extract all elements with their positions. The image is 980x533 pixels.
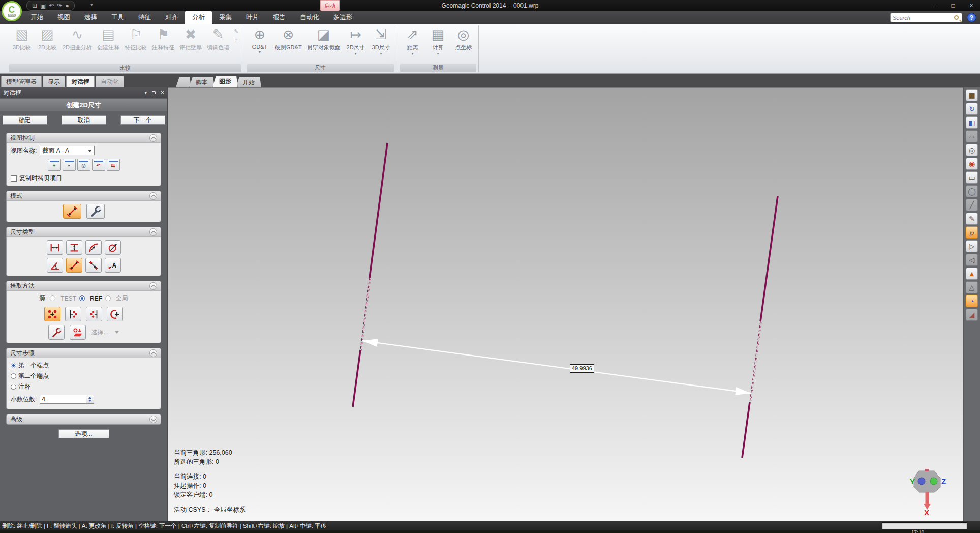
shade-icon[interactable]: ▱	[966, 130, 978, 142]
app-logo[interactable]: C 3DS	[2, 1, 22, 21]
line-select-icon[interactable]: ╱	[966, 199, 978, 211]
panel-tab-automation[interactable]: 自动化	[96, 76, 124, 87]
defeature-icon[interactable]: ◢	[966, 309, 978, 321]
section-header-dimension-type[interactable]: 尺寸类型	[7, 227, 161, 237]
undo-icon[interactable]: ↶	[49, 3, 54, 9]
pan-icon[interactable]: ◧	[966, 116, 978, 129]
3d-compare-button[interactable]: ▧ 3D比较	[9, 25, 35, 51]
radio-global[interactable]	[105, 295, 111, 301]
tab-report[interactable]: 报告	[266, 11, 293, 24]
horizontal-dimension-button[interactable]	[47, 240, 63, 255]
section-header-pick-method[interactable]: 拾取方法	[7, 281, 161, 291]
rectangle-select-icon[interactable]: ▭	[966, 171, 978, 184]
search-icon[interactable]	[954, 15, 959, 20]
chevron-down-icon[interactable]: ▾	[259, 50, 261, 54]
collapse-icon[interactable]	[149, 192, 157, 200]
pick-region-button[interactable]	[70, 325, 86, 340]
tab-align[interactable]: 对齐	[158, 11, 185, 24]
3d-dimension-button[interactable]: ⇲ 3D尺寸 ▾	[369, 25, 394, 56]
paintbrush-select-icon[interactable]: ✎	[966, 213, 978, 225]
dimension-line[interactable]	[362, 339, 751, 395]
angle-dimension-button[interactable]	[47, 258, 63, 273]
tab-start[interactable]: 开始	[23, 11, 50, 24]
through-object-section-button[interactable]: ◪ 贯穿对象截面	[304, 25, 343, 51]
feature-compare-button[interactable]: ⚐ 特征比较	[122, 25, 149, 51]
record-icon[interactable]: ●	[66, 3, 69, 9]
left-scan-line[interactable]	[353, 143, 387, 407]
doc-tab-graphics[interactable]: 图形	[212, 76, 238, 87]
section-header-advanced[interactable]: 高级	[7, 414, 161, 424]
note-dimension-button[interactable]: A	[105, 258, 121, 273]
mini-edit-icon[interactable]: ✎	[234, 28, 238, 34]
doc-tab-script[interactable]: 脚本	[189, 77, 215, 87]
help-button[interactable]: ?	[967, 13, 976, 22]
options-button[interactable]: 选项...	[58, 429, 109, 438]
view-restore-button[interactable]: ↶	[92, 159, 105, 171]
distance-button[interactable]: ⇗ 距离 ▾	[400, 25, 425, 56]
custom-region-icon[interactable]: ◔	[966, 295, 978, 307]
lasso-select-icon[interactable]: ℘	[966, 226, 978, 239]
import-icon[interactable]: ⊞	[32, 3, 37, 9]
point-coordinates-button[interactable]: ◎ 点坐标	[451, 25, 476, 51]
panel-tab-model-manager[interactable]: 模型管理器	[1, 76, 42, 87]
section-header-view-control[interactable]: 视图控制	[7, 133, 161, 143]
minimize-button[interactable]: —	[929, 2, 940, 9]
panel-tab-dialog[interactable]: 对话框	[66, 76, 95, 87]
2d-dimension-button[interactable]: ↦ 2D尺寸 ▾	[343, 25, 369, 56]
decimals-input[interactable]	[40, 395, 86, 404]
doc-tab-start[interactable]: 开始	[236, 77, 261, 87]
chevron-down-icon[interactable]: ▾	[355, 51, 357, 56]
copy-items-checkbox[interactable]	[11, 175, 17, 182]
radio-first-endpoint[interactable]	[11, 363, 16, 368]
tab-automation[interactable]: 自动化	[293, 11, 326, 24]
tab-capture[interactable]: 采集	[212, 11, 239, 24]
iso-view-icon[interactable]: ▦	[966, 89, 978, 101]
close-button[interactable]: ×	[966, 2, 977, 9]
doc-tab-stub[interactable]	[176, 77, 191, 87]
radio-test[interactable]	[50, 295, 55, 301]
collapse-icon[interactable]	[149, 416, 157, 423]
collapse-icon[interactable]	[149, 349, 157, 357]
collapse-icon[interactable]	[149, 282, 157, 290]
chevron-down-icon[interactable]: ▾	[412, 51, 414, 56]
2d-compare-button[interactable]: ▨ 2D比较	[35, 25, 60, 51]
pick-ref-points-button[interactable]	[44, 307, 60, 321]
radio-annotation[interactable]	[11, 384, 16, 390]
diameter-dimension-button[interactable]	[105, 240, 121, 255]
section-header-dimension-steps[interactable]: 尺寸步骤	[7, 348, 161, 358]
radio-ref[interactable]	[79, 295, 85, 301]
wall-thickness-button[interactable]: ✖ 评估壁厚	[177, 25, 204, 51]
tab-features[interactable]: 特征	[131, 11, 158, 24]
hard-probe-gdt-button[interactable]: ⊗ 硬测GD&T	[272, 25, 304, 51]
gdt-button[interactable]: ⊕ GD&T ▾	[247, 25, 272, 54]
chevron-down-icon[interactable]: ▾	[437, 51, 439, 56]
view-save-button[interactable]: ▪	[63, 159, 76, 171]
ellipse-select-icon[interactable]: ◯	[966, 185, 978, 197]
next-button[interactable]: 下一个	[120, 115, 165, 125]
zoom-window-icon[interactable]: ◎	[966, 144, 978, 156]
panel-menu-icon[interactable]: ▾	[144, 90, 147, 95]
annotate-feature-button[interactable]: ⚑ 注释特征	[149, 25, 177, 51]
pin-icon[interactable]	[152, 91, 156, 94]
select-dropdown[interactable]: 选择...	[91, 328, 108, 337]
pick-tool-button[interactable]	[48, 325, 65, 340]
collapse-icon[interactable]	[149, 228, 157, 236]
tab-select[interactable]: 选择	[77, 11, 104, 24]
pick-edge-left-button[interactable]	[65, 307, 81, 321]
viewport-canvas[interactable]: 49.9936 当前三角形: 256,060 所选的三角形: 0 当前连接: 0…	[168, 87, 963, 521]
qat-more-icon[interactable]: ▾	[90, 2, 93, 7]
launch-button[interactable]: 启动	[320, 0, 340, 11]
view-new-button[interactable]: +	[48, 159, 61, 171]
tab-tools[interactable]: 工具	[104, 11, 131, 24]
mode-dimension-button[interactable]	[63, 204, 81, 219]
tab-view[interactable]: 视图	[50, 11, 77, 24]
mini-list-icon[interactable]: ≡	[235, 37, 238, 43]
rotate-icon[interactable]: ↻	[966, 103, 978, 115]
tab-analysis[interactable]: 分析	[185, 11, 212, 24]
view-name-dropdown[interactable]: 截面 A - A	[40, 146, 95, 155]
view-switch-button[interactable]: ⇆	[107, 159, 120, 171]
decimals-spinner[interactable]	[86, 395, 94, 404]
dimension-value-label[interactable]: 49.9936	[570, 364, 594, 373]
right-scan-line[interactable]	[742, 196, 778, 458]
aligned-dimension-button[interactable]	[66, 258, 82, 273]
